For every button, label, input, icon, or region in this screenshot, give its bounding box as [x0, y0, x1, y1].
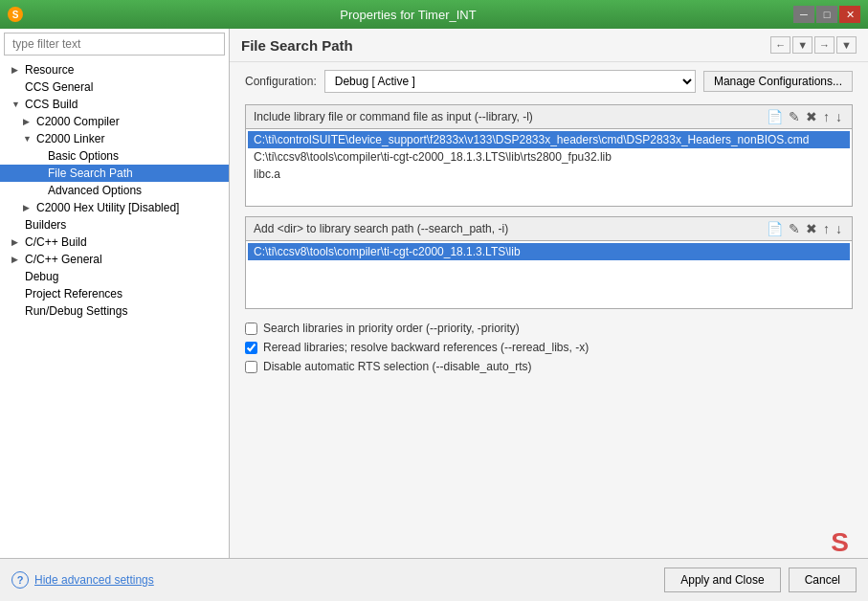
manage-configs-button[interactable]: Manage Configurations... — [703, 71, 853, 92]
tree-arrow-cpp-build: ▶ — [11, 237, 21, 247]
right-panel: File Search Path ← ▼ → ▼ Configuration: … — [230, 29, 868, 558]
nav-back-button[interactable]: ← — [770, 36, 790, 54]
section1-title: Include library file or command file as … — [254, 110, 533, 123]
tree-item-run-debug-settings[interactable]: Run/Debug Settings — [0, 302, 229, 320]
section2-delete-btn[interactable]: ✖ — [804, 221, 819, 236]
tree-item-debug[interactable]: Debug — [0, 268, 229, 285]
maximize-button[interactable]: □ — [816, 6, 837, 23]
tree-label-c2000-linker: C2000 Linker — [36, 132, 104, 145]
tree-label-advanced-options: Advanced Options — [48, 184, 142, 197]
window-title: Properties for Timer_INT — [23, 8, 793, 22]
tree-item-resource[interactable]: ▶Resource — [0, 61, 229, 78]
checkbox-cb2[interactable] — [245, 342, 257, 354]
tree-arrow-ccs-build: ▼ — [11, 100, 21, 109]
checkbox-cb3[interactable] — [245, 361, 257, 373]
config-label: Configuration: — [245, 75, 317, 88]
section1-toolbar: 📄 ✎ ✖ ↑ ↓ — [765, 109, 844, 124]
section1-item-2[interactable]: libc.a — [248, 166, 850, 183]
cancel-button[interactable]: Cancel — [789, 568, 857, 592]
tree-label-run-debug-settings: Run/Debug Settings — [25, 304, 127, 318]
section2-header: Add <dir> to library search path (--sear… — [246, 217, 852, 241]
section1-edit-btn[interactable]: ✎ — [787, 109, 802, 124]
section2-edit-btn[interactable]: ✎ — [787, 221, 802, 236]
tree-label-ccs-general: CCS General — [25, 80, 93, 94]
tree-item-project-references[interactable]: Project References — [0, 285, 229, 302]
tree-item-basic-options[interactable]: Basic Options — [0, 147, 229, 165]
section2-down-btn[interactable]: ↓ — [834, 221, 844, 236]
tree-label-basic-options: Basic Options — [48, 149, 119, 163]
tree-arrow-cpp-general: ▶ — [11, 255, 21, 264]
tree-item-builders[interactable]: Builders — [0, 216, 229, 234]
window-controls: ─ □ ✕ — [793, 6, 860, 23]
checkbox-label-cb1: Search libraries in priority order (--pr… — [263, 322, 520, 335]
tree-item-advanced-options[interactable]: Advanced Options — [0, 182, 229, 199]
tree-arrow-c2000-compiler: ▶ — [23, 117, 33, 126]
section2-item-0[interactable]: C:\ti\ccsv8\tools\compiler\ti-cgt-c2000_… — [248, 243, 850, 260]
tree-container: ▶ResourceCCS General▼CCS Build▶C2000 Com… — [0, 59, 229, 558]
tree-item-c2000-compiler[interactable]: ▶C2000 Compiler — [0, 113, 229, 130]
tree-label-c2000-compiler: C2000 Compiler — [36, 115, 120, 128]
checkbox-row-0: Search libraries in priority order (--pr… — [245, 319, 853, 338]
apply-close-button[interactable]: Apply and Close — [664, 568, 780, 592]
tree-label-cpp-build: C/C++ Build — [25, 235, 87, 249]
include-library-section: Include library file or command file as … — [245, 104, 853, 207]
section1-item-0[interactable]: C:\ti\controlSUITE\device_support\f2833x… — [248, 131, 850, 148]
filter-input[interactable] — [4, 33, 225, 56]
bottom-left: ? Hide advanced settings — [11, 571, 154, 589]
main-container: ▶ResourceCCS General▼CCS Build▶C2000 Com… — [0, 29, 868, 601]
tree-label-file-search-path: File Search Path — [48, 167, 133, 180]
config-row: Configuration: Debug [ Active ] Manage C… — [245, 70, 853, 93]
checkbox-label-cb2: Reread libraries; resolve backward refer… — [263, 341, 589, 354]
section1-content: C:\ti\controlSUITE\device_support\f2833x… — [246, 129, 852, 206]
nav-forward-button[interactable]: → — [814, 36, 835, 54]
nav-forward-down-button[interactable]: ▼ — [836, 36, 857, 54]
tree-item-ccs-build[interactable]: ▼CCS Build — [0, 96, 229, 113]
hide-advanced-link[interactable]: Hide advanced settings — [34, 573, 154, 587]
minimize-button[interactable]: ─ — [793, 6, 814, 23]
tree-label-ccs-build: CCS Build — [25, 98, 78, 111]
tree-item-c2000-linker[interactable]: ▼C2000 Linker — [0, 130, 229, 147]
checkbox-row-1: Reread libraries; resolve backward refer… — [245, 338, 853, 357]
tree-label-cpp-general: C/C++ General — [25, 253, 102, 266]
section1-down-btn[interactable]: ↓ — [834, 109, 844, 124]
tree-item-cpp-build[interactable]: ▶C/C++ Build — [0, 234, 229, 251]
help-icon[interactable]: ? — [11, 571, 29, 589]
tree-label-c2000-hex-utility: C2000 Hex Utility [Disabled] — [36, 201, 179, 214]
section1-add-btn[interactable]: 📄 — [765, 109, 785, 124]
tree-label-resource: Resource — [25, 63, 74, 77]
section2-content: C:\ti\ccsv8\tools\compiler\ti-cgt-c2000_… — [246, 241, 852, 308]
section1-header: Include library file or command file as … — [246, 105, 852, 129]
tree-label-debug: Debug — [25, 270, 58, 283]
right-header: File Search Path ← ▼ → ▼ — [230, 29, 868, 62]
bottom-bar: ? Hide advanced settings Apply and Close… — [0, 558, 868, 601]
tree-item-cpp-general[interactable]: ▶C/C++ General — [0, 251, 229, 268]
close-button[interactable]: ✕ — [839, 6, 860, 23]
nav-back-down-button[interactable]: ▼ — [792, 36, 812, 54]
nav-buttons: ← ▼ → ▼ — [770, 36, 857, 54]
section2-toolbar: 📄 ✎ ✖ ↑ ↓ — [765, 221, 844, 236]
right-title: File Search Path — [241, 37, 353, 54]
tree-label-project-references: Project References — [25, 287, 122, 300]
section1-item-1[interactable]: C:\ti\ccsv8\tools\compiler\ti-cgt-c2000_… — [248, 148, 850, 166]
checkbox-label-cb3: Disable automatic RTS selection (--disab… — [263, 360, 532, 373]
bottom-right: Apply and Close Cancel — [664, 568, 857, 592]
title-bar: S Properties for Timer_INT ─ □ ✕ — [0, 0, 868, 29]
checkbox-row-2: Disable automatic RTS selection (--disab… — [245, 357, 853, 376]
checkbox-cb1[interactable] — [245, 323, 257, 335]
left-panel: ▶ResourceCCS General▼CCS Build▶C2000 Com… — [0, 29, 230, 558]
section2-up-btn[interactable]: ↑ — [821, 221, 832, 236]
section2-title: Add <dir> to library search path (--sear… — [254, 222, 508, 235]
config-select[interactable]: Debug [ Active ] — [324, 70, 696, 93]
tree-item-file-search-path[interactable]: File Search Path — [0, 165, 229, 182]
section2-add-btn[interactable]: 📄 — [765, 221, 785, 236]
tree-arrow-c2000-hex-utility: ▶ — [23, 203, 33, 212]
app-icon: S — [8, 7, 23, 22]
section1-up-btn[interactable]: ↑ — [821, 109, 832, 124]
tree-arrow-c2000-linker: ▼ — [23, 134, 33, 144]
tree-arrow-resource: ▶ — [11, 65, 21, 75]
tree-item-c2000-hex-utility[interactable]: ▶C2000 Hex Utility [Disabled] — [0, 199, 229, 216]
tree-item-ccs-general[interactable]: CCS General — [0, 78, 229, 96]
checkboxes-container: Search libraries in priority order (--pr… — [245, 319, 853, 376]
tree-label-builders: Builders — [25, 218, 66, 232]
section1-delete-btn[interactable]: ✖ — [804, 109, 819, 124]
